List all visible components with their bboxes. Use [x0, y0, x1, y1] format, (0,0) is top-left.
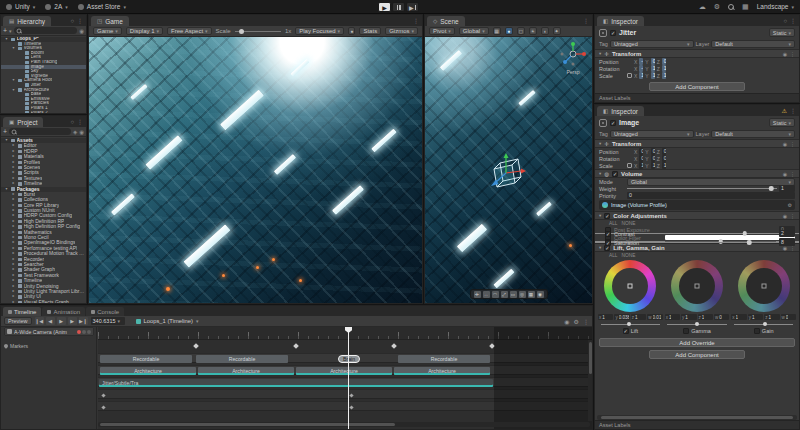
add-override-button[interactable]: Add Override [599, 338, 795, 347]
presets-icon[interactable]: ◉ [783, 141, 787, 147]
parameter-checkbox[interactable] [605, 231, 611, 237]
display-dropdown[interactable]: Display 1▾ [126, 27, 163, 35]
tab-game[interactable]: ◳ Game [91, 16, 129, 26]
kebab-menu-icon[interactable]: ⋮ [790, 51, 795, 57]
parameter-value-field[interactable]: 2 [779, 230, 795, 237]
y-value-field[interactable]: 1.064 [651, 65, 655, 72]
gear-icon[interactable]: ⚙ [714, 3, 720, 11]
gameobject-name[interactable]: Jitter [619, 29, 636, 36]
2d-toggle-icon[interactable]: ◻ [517, 27, 525, 35]
lock-icon[interactable]: ○ [783, 18, 787, 24]
x-value-field[interactable]: 1 [639, 72, 643, 79]
wheel-center-handle[interactable] [695, 284, 700, 289]
gear-icon[interactable]: ⚙ [574, 318, 579, 325]
tag-dropdown[interactable]: Untagged▾ [610, 130, 694, 138]
timeline-clip[interactable]: Recordable [100, 355, 192, 363]
x-value-field[interactable]: x1 [731, 314, 746, 320]
keyframe-icon[interactable] [349, 393, 353, 397]
y-value-field[interactable]: y0.038 [614, 314, 629, 320]
record-icon[interactable]: ● [348, 27, 355, 35]
active-checkbox[interactable] [610, 120, 616, 126]
hidden-icon[interactable]: ◉ [79, 129, 84, 135]
curves-icon[interactable]: ◉ [564, 318, 569, 325]
keyframe-icon[interactable] [349, 405, 353, 409]
move-tool-icon[interactable]: ↔ [483, 291, 490, 298]
wheel-offset-slider[interactable] [734, 324, 793, 325]
presets-icon[interactable]: ◉ [783, 213, 787, 219]
y-value-field[interactable]: 1 [651, 72, 655, 79]
grid-snap-icon[interactable]: ▦ [528, 291, 535, 298]
z-value-field[interactable]: 1 [662, 72, 666, 79]
transform-component-header[interactable]: ▾ ✛ Transform ◉⋮ [595, 139, 799, 148]
kebab-menu-icon[interactable]: ⋮ [583, 17, 589, 24]
static-dropdown[interactable]: Static▾ [769, 28, 795, 37]
expand-arrow-icon[interactable]: ▾ [4, 37, 9, 42]
search-icon[interactable] [728, 4, 734, 10]
preview-toggle-button[interactable]: Preview [4, 317, 32, 325]
bottom-tab[interactable]: Timeline [3, 307, 41, 316]
topbar-menu-button[interactable]: Unity ▾ [6, 3, 35, 10]
inspector-horizontal-scrollbar[interactable] [597, 415, 797, 420]
gizmos-dropdown[interactable]: Gizmos▾ [385, 27, 418, 35]
timeline-clip[interactable]: Brain [338, 355, 360, 363]
timeline-asset-selector[interactable]: Loops_1 (Timeline) ▾ [136, 318, 199, 324]
x-value-field[interactable]: 1 [639, 162, 643, 169]
asset-labels-bar[interactable]: Asset Labels [595, 93, 799, 102]
z-value-field[interactable]: 0 [662, 155, 666, 162]
orientation-dropdown[interactable]: Global▾ [459, 27, 489, 35]
lock-icon[interactable]: ○ [70, 18, 74, 24]
shading-mode-icon[interactable]: ● [505, 27, 513, 35]
project-folder-item[interactable]: ▸ Visual Effects Graph [1, 300, 86, 303]
orientation-gizmo[interactable]: Persp [559, 41, 587, 75]
z-value-field[interactable]: 1 [662, 162, 666, 169]
add-component-button[interactable]: Add Component [649, 350, 745, 359]
presets-icon[interactable]: ◉ [783, 171, 787, 177]
link-scale-icon[interactable] [627, 163, 632, 168]
w-value-field[interactable]: w0 [781, 314, 796, 320]
static-dropdown[interactable]: Static▾ [769, 118, 795, 127]
expand-arrow-icon[interactable]: ▾ [4, 187, 9, 192]
all-toggle[interactable]: ALL [609, 253, 618, 258]
go-to-end-button[interactable]: ▶❙ [79, 317, 88, 325]
slider-thumb[interactable] [695, 322, 699, 326]
wheel-checkbox[interactable] [754, 328, 760, 334]
parameter-slider[interactable] [665, 242, 776, 243]
link-scale-icon[interactable] [627, 156, 632, 161]
timeline-vertical-scrollbar[interactable] [588, 340, 592, 421]
expand-arrow-icon[interactable]: ▾ [11, 88, 16, 93]
z-value-field[interactable]: 0 [662, 148, 666, 155]
expand-arrow-icon[interactable]: ▾ [11, 46, 16, 51]
weight-value-field[interactable]: 1 [779, 185, 795, 192]
w-value-field[interactable]: w0 [714, 314, 729, 320]
project-search-input[interactable] [9, 128, 71, 135]
z-value-field[interactable]: z1 [631, 314, 646, 320]
keyframe-icon[interactable] [101, 393, 105, 397]
grid-toggle-icon[interactable]: ▦ [493, 27, 501, 35]
expand-arrow-icon[interactable]: ▸ [11, 300, 16, 303]
scale-slider-knob[interactable] [239, 29, 244, 34]
wheel-checkbox[interactable] [623, 328, 629, 334]
color-wheel[interactable] [738, 260, 790, 312]
weight-slider-thumb[interactable] [769, 186, 774, 191]
timeline-clip[interactable]: Architecture [198, 367, 294, 375]
w-value-field[interactable]: w0.01 [647, 314, 662, 320]
hierarchy-search-input[interactable] [14, 27, 78, 34]
gameobject-name[interactable]: Image [619, 119, 639, 126]
wheel-center-handle[interactable] [761, 284, 766, 289]
bottom-tab[interactable]: Animation [42, 307, 85, 316]
color-adjustments-header[interactable]: ▾ Color Adjustments ◉⋮ [595, 211, 799, 220]
play-button[interactable]: ▶ [378, 2, 391, 12]
timeline-marker-icon[interactable] [293, 343, 299, 349]
timeline-marker-icon[interactable] [391, 343, 397, 349]
slider-thumb[interactable] [743, 231, 748, 236]
foldout-arrow-icon[interactable]: ▾ [599, 213, 601, 218]
y-value-field[interactable]: 0 [651, 148, 655, 155]
expand-arrow-icon[interactable]: ▾ [11, 78, 16, 83]
z-value-field[interactable]: 1.798 [662, 65, 666, 72]
eye-icon[interactable]: ◉ [79, 28, 84, 34]
current-frame-field[interactable]: 340.6315 ▾ [91, 317, 125, 325]
aspect-dropdown[interactable]: Free Aspect▾ [167, 27, 212, 35]
display-target-dropdown[interactable]: Game▾ [93, 27, 122, 35]
volume-profile-field[interactable]: Image (Volume Profile) ⚙ [599, 200, 795, 210]
y-value-field[interactable]: 0 [651, 155, 655, 162]
